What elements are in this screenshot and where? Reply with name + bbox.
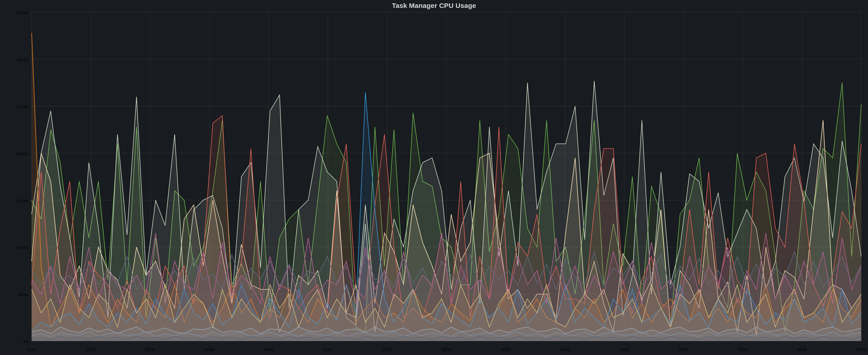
chart-area[interactable]: 0%50.0%100.0%150.0%200.0%250.0%300.0%350… (2, 10, 866, 354)
svg-text:02:40: 02:40 (27, 348, 36, 352)
svg-text:02:50: 02:50 (323, 348, 333, 352)
svg-text:350.0%: 350.0% (16, 11, 29, 15)
svg-text:03:04: 03:04 (738, 348, 747, 352)
chart-title: Task Manager CPU Usage (0, 0, 868, 10)
svg-text:02:42: 02:42 (86, 348, 95, 352)
svg-text:03:08: 03:08 (857, 348, 866, 352)
svg-text:02:58: 02:58 (560, 348, 569, 352)
svg-text:03:02: 03:02 (679, 348, 688, 352)
svg-text:02:56: 02:56 (501, 348, 510, 352)
svg-text:200.0%: 200.0% (16, 152, 29, 156)
line-chart-svg: 0%50.0%100.0%150.0%200.0%250.0%300.0%350… (2, 10, 866, 354)
svg-text:03:00: 03:00 (620, 348, 629, 352)
panel-cpu-usage: Task Manager CPU Usage 0%50.0%100.0%150.… (0, 0, 868, 355)
svg-text:03:06: 03:06 (798, 348, 807, 352)
svg-text:150.0%: 150.0% (16, 199, 29, 203)
svg-text:02:48: 02:48 (264, 348, 273, 352)
svg-text:300.0%: 300.0% (16, 58, 29, 62)
svg-text:0%: 0% (23, 340, 29, 344)
svg-text:50.0%: 50.0% (18, 293, 29, 297)
svg-text:02:44: 02:44 (146, 348, 155, 352)
svg-text:02:46: 02:46 (205, 348, 214, 352)
svg-text:100.0%: 100.0% (16, 246, 29, 250)
svg-text:02:52: 02:52 (383, 348, 392, 352)
svg-text:250.0%: 250.0% (16, 105, 29, 109)
svg-text:02:54: 02:54 (442, 348, 451, 352)
